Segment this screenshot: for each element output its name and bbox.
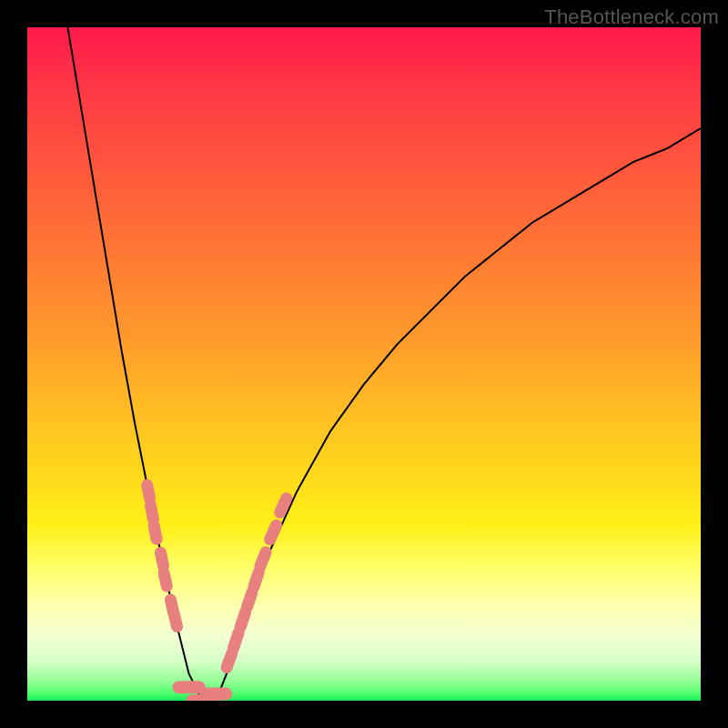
- plot-area: [27, 27, 701, 701]
- marker-group: [140, 479, 294, 701]
- curve-svg: [27, 27, 701, 701]
- bottleneck-curve: [67, 27, 701, 701]
- chart-frame: TheBottleneck.com: [0, 0, 728, 728]
- curve-marker: [199, 688, 232, 701]
- curve-marker: [167, 606, 184, 633]
- curve-marker: [252, 544, 273, 574]
- curve-marker: [147, 519, 163, 546]
- watermark-label: TheBottleneck.com: [544, 5, 719, 29]
- curve-marker: [262, 518, 284, 548]
- curve-marker: [157, 566, 174, 593]
